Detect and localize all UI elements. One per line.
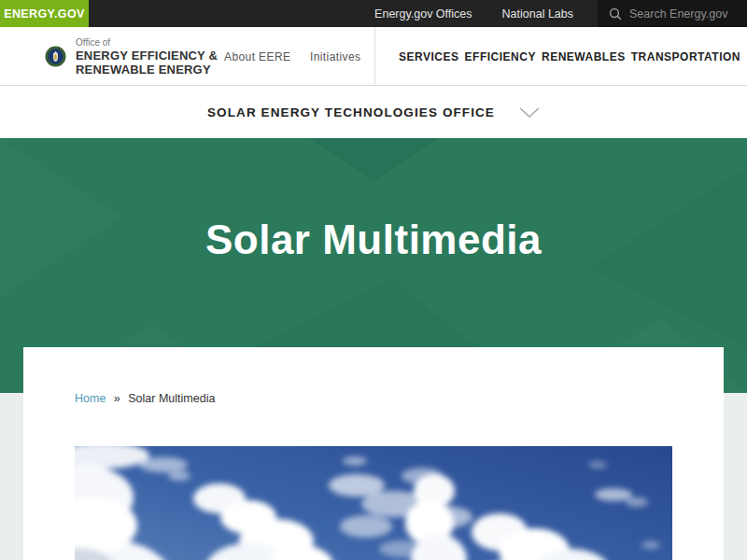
primary-nav: SERVICES EFFICIENCY RENEWABLES TRANSPORT… xyxy=(399,27,740,86)
org-name-line1: ENERGY EFFICIENCY & xyxy=(76,49,218,63)
offices-link[interactable]: Energy.gov Offices xyxy=(359,0,486,27)
topbar-spacer xyxy=(89,0,359,27)
nav-item-renewables[interactable]: RENEWABLES xyxy=(542,50,626,63)
office-of-label: Office of xyxy=(76,37,218,48)
energy-gov-logo[interactable]: ENERGY.GOV xyxy=(0,0,89,27)
chevron-down-icon xyxy=(519,107,540,118)
doe-seal-icon xyxy=(45,46,66,67)
breadcrumb: Home » Solar Multimedia xyxy=(75,392,215,405)
search-icon xyxy=(609,7,622,21)
office-menu-button[interactable]: SOLAR ENERGY TECHNOLOGIES OFFICE xyxy=(207,105,540,119)
breadcrumb-home-link[interactable]: Home xyxy=(75,392,106,405)
breadcrumb-separator: » xyxy=(114,392,120,405)
content-card: Home » Solar Multimedia xyxy=(23,347,724,560)
org-name-line2: RENEWABLE ENERGY xyxy=(76,63,218,77)
page-title: Solar Multimedia xyxy=(0,217,747,263)
main-header: Office of ENERGY EFFICIENCY & RENEWABLE … xyxy=(0,27,747,86)
initiatives-link[interactable]: Initiatives xyxy=(310,27,360,86)
nav-item-efficiency[interactable]: EFFICIENCY xyxy=(465,50,536,63)
eere-brand[interactable]: Office of ENERGY EFFICIENCY & RENEWABLE … xyxy=(45,27,218,86)
header-divider xyxy=(374,27,375,86)
top-utility-bar: ENERGY.GOV Energy.gov Offices National L… xyxy=(0,0,747,27)
search-input[interactable] xyxy=(629,7,740,21)
sky-clouds-image xyxy=(75,446,672,560)
nav-item-transportation[interactable]: TRANSPORTATION xyxy=(631,50,740,63)
brand-text: Office of ENERGY EFFICIENCY & RENEWABLE … xyxy=(76,37,218,77)
breadcrumb-current: Solar Multimedia xyxy=(128,392,215,405)
office-title: SOLAR ENERGY TECHNOLOGIES OFFICE xyxy=(207,105,495,119)
office-subnav-bar: SOLAR ENERGY TECHNOLOGIES OFFICE xyxy=(0,86,747,138)
national-labs-link[interactable]: National Labs xyxy=(487,0,588,27)
search-box[interactable] xyxy=(598,0,747,27)
nav-item-services[interactable]: SERVICES xyxy=(399,50,458,63)
about-eere-link[interactable]: About EERE xyxy=(224,27,290,86)
